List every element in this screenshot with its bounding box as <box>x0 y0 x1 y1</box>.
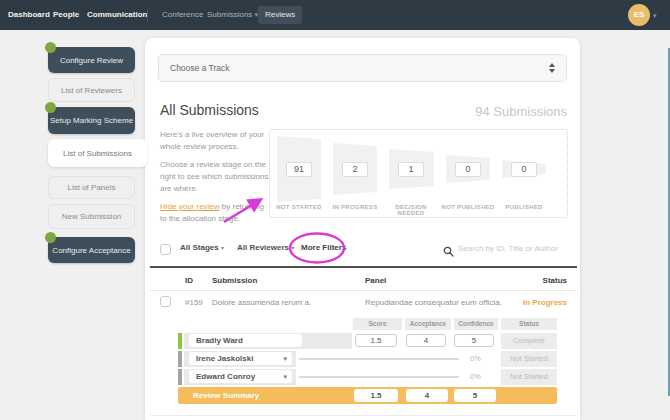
col-header-id: ID <box>185 276 193 285</box>
detail-col-score: Score <box>353 318 402 330</box>
chevron-down-icon: ▾ <box>221 245 224 251</box>
overview-line-2: Choose a review stage on the right to se… <box>160 159 270 195</box>
search-icon <box>443 243 454 261</box>
review-summary-label: Review Summary <box>193 387 259 404</box>
nav-conference[interactable]: Conference <box>162 0 203 30</box>
reviewer-name-input[interactable]: Bradly Ward <box>189 334 302 347</box>
top-navbar: Dashboard People Communication Conferenc… <box>0 0 670 30</box>
row-panel: Repudiandae consequatur eum officia. <box>365 298 502 307</box>
row-status-badge: In Progress <box>523 298 567 307</box>
funnel-count-not-published: 0 <box>455 162 481 177</box>
sidebar-label: New Submission <box>62 212 122 221</box>
table-bottom-border <box>150 415 577 416</box>
filter-all-stages-label: All Stages <box>180 243 219 252</box>
nav-dashboard[interactable]: Dashboard <box>8 0 50 30</box>
more-filters-label: More Filters <box>301 243 346 252</box>
green-status-dot-icon <box>45 42 56 53</box>
acceptance-input[interactable]: 4 <box>406 334 446 347</box>
overview-description: Here's a live overview of your whole rev… <box>160 129 270 231</box>
chevron-down-icon: ▾ <box>283 370 287 383</box>
sidebar-item-setup-marking-scheme[interactable]: Setup Marking Scheme <box>48 107 135 134</box>
reviewer-progress-bar-gray <box>178 369 182 385</box>
funnel-count-published: 0 <box>511 162 537 177</box>
reviewer-select[interactable]: Irene Jaskolski ▾ <box>189 352 292 365</box>
nav-submissions[interactable]: Submissions ▾ <box>207 0 258 30</box>
filter-all-stages[interactable]: All Stages ▾ <box>180 243 224 252</box>
track-select[interactable]: Choose a Track <box>158 54 567 82</box>
chevron-down-icon: ▾ <box>283 352 287 365</box>
reviewer-status: Not Started <box>501 351 557 367</box>
chevron-down-icon: ▾ <box>291 245 294 251</box>
sidebar-label: List of Panels <box>67 183 115 192</box>
green-status-dot-icon <box>45 232 56 243</box>
progress-percent: 0% <box>470 354 481 363</box>
filter-all-reviewers-label: All Reviewers <box>237 243 289 252</box>
reviewer-select-value: Irene Jaskolski <box>196 354 253 363</box>
sidebar-item-configure-review[interactable]: Configure Review <box>48 47 135 73</box>
sidebar-label: Configure Review <box>60 56 123 65</box>
overview-line-3: Hide your review by returning to the all… <box>160 201 270 225</box>
row-submission-title[interactable]: Dolore assumenda rerum a. <box>212 298 311 307</box>
summary-confidence: 5 <box>454 389 496 402</box>
reviewer-status: Not Started <box>501 369 557 385</box>
funnel-count-in-progress: 2 <box>342 162 368 177</box>
funnel-count-not-started: 91 <box>286 162 312 177</box>
score-input[interactable]: 1.5 <box>355 334 397 347</box>
submissions-count: 94 Submissions <box>475 104 567 119</box>
col-header-submission: Submission <box>212 276 257 285</box>
nav-divider <box>147 9 148 22</box>
avatar-chevron-down-icon[interactable]: ▾ <box>653 12 657 20</box>
funnel-label-in-progress: IN PROGRESS <box>325 204 385 210</box>
confidence-input[interactable]: 5 <box>454 334 494 347</box>
user-avatar[interactable]: ES <box>628 4 650 26</box>
review-progress-track <box>299 358 459 360</box>
funnel-count-decision-needed: 1 <box>398 162 424 177</box>
progress-percent: 0% <box>470 372 481 381</box>
review-funnel-chart: 91 2 1 0 0 NOT STARTED IN PROGRESS DECIS… <box>269 129 568 218</box>
row-checkbox[interactable] <box>160 296 171 307</box>
overview-line-1: Here's a live overview of your whole rev… <box>160 129 270 153</box>
track-select-value: Choose a Track <box>170 63 549 73</box>
reviewer-select-value: Edward Conroy <box>196 372 255 381</box>
page-title: All Submissions <box>160 102 259 118</box>
reviewer-progress-bar-gray <box>178 351 182 367</box>
nav-people[interactable]: People <box>53 0 79 30</box>
detail-col-status: Status <box>501 318 557 330</box>
main-panel: Choose a Track All Submissions 94 Submis… <box>145 38 580 420</box>
search-input[interactable] <box>458 240 566 256</box>
more-filters-button[interactable]: More Filters <box>301 243 346 252</box>
funnel-label-not-published: NOT PUBLISHED <box>438 204 498 210</box>
sidebar-item-configure-acceptance[interactable]: Configure Acceptance <box>48 237 135 263</box>
nav-reviews-active[interactable]: Reviews <box>258 6 302 24</box>
table-header-divider <box>150 290 577 291</box>
filter-all-reviewers[interactable]: All Reviewers ▾ <box>237 243 294 252</box>
funnel-label-not-started: NOT STARTED <box>269 204 329 210</box>
funnel-label-decision-needed: DECISION NEEDED <box>381 204 441 216</box>
sidebar-label: List of Reviewers <box>61 86 122 95</box>
sidebar-item-list-of-panels[interactable]: List of Panels <box>48 176 135 199</box>
sidebar-item-list-of-reviewers[interactable]: List of Reviewers <box>48 78 135 102</box>
sidebar-label: List of Submissions <box>63 149 132 158</box>
col-header-panel: Panel <box>365 276 386 285</box>
hide-review-link[interactable]: Hide your review <box>160 202 220 211</box>
summary-score: 1.5 <box>354 389 398 402</box>
sidebar-label: Setup Marking Scheme <box>50 116 133 125</box>
nav-communication[interactable]: Communication <box>87 0 147 30</box>
sidebar-item-list-of-submissions[interactable]: List of Submissions <box>48 139 147 167</box>
sidebar-item-new-submission[interactable]: New Submission <box>48 204 135 229</box>
row-id: #159 <box>185 298 203 307</box>
green-status-dot-icon <box>45 102 56 113</box>
nav-submissions-label: Submissions <box>207 10 252 19</box>
reviewer-progress-bar-green <box>178 333 182 349</box>
detail-col-acceptance: Acceptance <box>405 318 451 330</box>
select-updown-icon <box>549 63 555 73</box>
reviewer-select[interactable]: Edward Conroy ▾ <box>189 370 292 383</box>
funnel-label-published: PUBLISHED <box>494 204 554 210</box>
reviewer-status: Complete <box>501 333 557 349</box>
col-header-status: Status <box>543 276 567 285</box>
review-progress-track <box>299 376 459 378</box>
sidebar-label: Configure Acceptance <box>52 246 130 255</box>
detail-col-confidence: Confidence <box>454 318 498 330</box>
select-all-checkbox[interactable] <box>160 244 171 255</box>
summary-acceptance: 4 <box>406 389 448 402</box>
